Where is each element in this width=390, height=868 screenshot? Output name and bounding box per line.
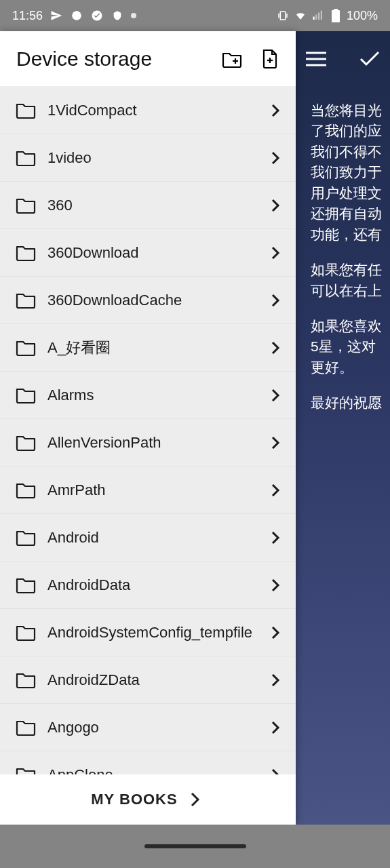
- folder-name: AndroidSystemConfig_tempfile: [47, 624, 266, 642]
- folder-icon: [15, 242, 37, 264]
- folder-icon: [15, 622, 37, 644]
- folder-icon: [15, 384, 37, 406]
- chevron-right-icon: [186, 790, 205, 809]
- chevron-right-icon: [266, 623, 285, 642]
- folder-name: AmrPath: [47, 481, 266, 499]
- chevron-right-icon: [266, 291, 285, 310]
- folder-icon: [15, 290, 37, 311]
- chevron-right-icon: [266, 576, 285, 595]
- folder-name: Alarms: [47, 387, 266, 404]
- folder-name: Angogo: [47, 719, 266, 736]
- system-nav-bar[interactable]: [0, 825, 390, 868]
- confirm-icon[interactable]: [357, 47, 382, 71]
- svg-rect-3: [313, 17, 314, 20]
- check-circle-icon: [90, 9, 104, 22]
- svg-rect-6: [321, 11, 322, 20]
- send-icon: [50, 9, 63, 22]
- wifi-icon: [294, 9, 307, 22]
- folder-name: 1VidCompact: [47, 102, 266, 119]
- folder-item[interactable]: 1video: [0, 134, 296, 182]
- folder-name: Android: [47, 529, 266, 547]
- folder-list[interactable]: 1VidCompact1video360360Download360Downlo…: [0, 87, 296, 825]
- folder-item[interactable]: A_好看圈: [0, 324, 296, 372]
- battery-percent: 100%: [347, 9, 378, 23]
- folder-icon: [15, 479, 37, 501]
- folder-icon: [15, 669, 37, 691]
- folder-item[interactable]: 1VidCompact: [0, 87, 296, 134]
- svg-point-0: [72, 11, 81, 20]
- my-books-button[interactable]: MY BOOKS: [0, 774, 296, 825]
- status-time: 11:56: [12, 9, 43, 23]
- folder-icon: [15, 100, 37, 121]
- svg-rect-5: [318, 13, 319, 20]
- nav-pill-icon[interactable]: [144, 844, 246, 848]
- reader-topbar: [296, 31, 390, 87]
- svg-rect-2: [280, 12, 286, 20]
- folder-item[interactable]: AmrPath: [0, 467, 296, 514]
- status-left: 11:56: [12, 9, 136, 23]
- chevron-right-icon: [266, 671, 285, 690]
- folder-icon: [15, 337, 37, 359]
- folder-name: 360DownloadCache: [47, 292, 266, 309]
- folder-name: 1video: [47, 149, 266, 167]
- folder-item[interactable]: AllenVersionPath: [0, 419, 296, 467]
- my-books-label: MY BOOKS: [91, 791, 177, 808]
- reader-text: 当您将目光 了我们的应 我们不得不 我们致力于 用户处理文 还拥有自动 功能，还…: [296, 87, 390, 429]
- chevron-right-icon: [266, 149, 285, 167]
- folder-name: 360Download: [47, 244, 266, 262]
- folder-icon: [15, 717, 37, 738]
- signal-icon: [311, 9, 325, 22]
- folder-name: AndroidData: [47, 576, 266, 594]
- new-file-button[interactable]: [254, 43, 286, 75]
- folder-item[interactable]: 360: [0, 182, 296, 229]
- menu-icon[interactable]: [304, 47, 328, 71]
- chevron-right-icon: [266, 528, 285, 547]
- chevron-right-icon: [266, 718, 285, 737]
- folder-name: A_好看圈: [47, 338, 266, 358]
- folder-item[interactable]: AndroidData: [0, 561, 296, 609]
- vibrate-icon: [276, 9, 290, 22]
- folder-item[interactable]: 360Download: [0, 229, 296, 277]
- svg-rect-4: [315, 15, 317, 20]
- chevron-right-icon: [266, 196, 285, 215]
- status-bar: 11:56: [0, 0, 390, 31]
- folder-item[interactable]: AndroidSystemConfig_tempfile: [0, 609, 296, 656]
- folder-name: AndroidZData: [47, 671, 266, 689]
- app-bar: Device storage: [0, 31, 296, 87]
- new-folder-button[interactable]: [216, 43, 248, 75]
- folder-icon: [15, 195, 37, 216]
- battery-icon: [329, 9, 343, 22]
- reader-background: 当您将目光 了我们的应 我们不得不 我们致力于 用户处理文 还拥有自动 功能，还…: [296, 31, 390, 825]
- folder-icon: [15, 527, 37, 549]
- chevron-right-icon: [266, 386, 285, 405]
- svg-rect-7: [332, 10, 340, 22]
- folder-item[interactable]: Android: [0, 514, 296, 561]
- page-title: Device storage: [16, 47, 210, 71]
- file-browser-panel: Device storage 1VidCompact1video360360Do…: [0, 31, 296, 825]
- chevron-right-icon: [266, 338, 285, 357]
- folder-item[interactable]: Alarms: [0, 372, 296, 419]
- chevron-right-icon: [266, 243, 285, 262]
- chevron-right-icon: [266, 433, 285, 452]
- folder-icon: [15, 432, 37, 454]
- chevron-right-icon: [266, 101, 285, 120]
- folder-name: 360: [47, 197, 266, 214]
- folder-item[interactable]: Angogo: [0, 704, 296, 751]
- folder-item[interactable]: AndroidZData: [0, 656, 296, 704]
- location-icon: [70, 9, 83, 22]
- folder-icon: [15, 147, 37, 169]
- svg-rect-8: [334, 9, 338, 10]
- status-right: 100%: [276, 9, 378, 23]
- more-dot-icon: [131, 13, 136, 18]
- folder-name: AllenVersionPath: [47, 434, 266, 452]
- shield-icon: [111, 9, 124, 22]
- chevron-right-icon: [266, 481, 285, 500]
- folder-item[interactable]: 360DownloadCache: [0, 277, 296, 324]
- folder-icon: [15, 574, 37, 596]
